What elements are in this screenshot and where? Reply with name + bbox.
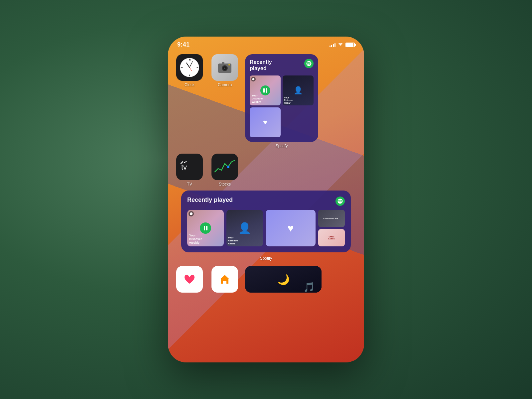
app-camera[interactable]: Camera — [210, 54, 240, 87]
heart-icon-small: ♥ — [263, 118, 267, 127]
liked-songs-thumb-small[interactable]: ♥ — [250, 107, 281, 137]
clock-icon-bg[interactable]: 12 9 3 6 — [176, 54, 203, 81]
status-bar: 9:41 — [168, 37, 364, 51]
spotify-widget-small[interactable]: Recentlyplayed — [245, 54, 318, 142]
spotify-logo-large — [335, 197, 345, 206]
app-row-2: tv TV Stocks — [175, 154, 357, 187]
spotify-dot-icon-lg — [190, 212, 193, 215]
app-stocks[interactable]: Stocks — [210, 154, 240, 187]
spotify-dot-icon — [252, 78, 255, 80]
play-pause-btn-large[interactable] — [200, 222, 211, 234]
clock-label: Clock — [185, 82, 195, 87]
office-ladies-label: OfficeLadies — [328, 235, 335, 240]
office-ladies-thumb[interactable]: OfficeLadies — [318, 229, 345, 246]
stocks-icon-bg[interactable] — [211, 154, 238, 180]
app-row-1: 12 9 3 6 — [175, 54, 357, 148]
svg-text:tv: tv — [181, 163, 187, 171]
heart-icon-large: ♥ — [288, 222, 294, 234]
music-icon-bg[interactable]: 🌙 🎵 — [245, 266, 322, 293]
signal-bars-icon — [330, 43, 335, 47]
podcast-1-img: Conditioner For... — [318, 210, 345, 227]
side-thumbs-container: Conditioner For... OfficeLadies — [318, 210, 345, 246]
widget-thumbs-large-row: YourDiscoverWeekly 👤 YourReleaseRadar ♥ — [187, 210, 345, 246]
app-tv[interactable]: tv TV — [175, 154, 204, 187]
discover-weekly-thumb-small[interactable]: YourDiscoverWeekly — [250, 75, 281, 105]
widget-header-small: Recentlyplayed — [250, 59, 314, 71]
camera-icon — [217, 60, 232, 75]
podcast-1-label: Conditioner For... — [323, 217, 340, 220]
app-music[interactable]: 🌙 🎵 — [245, 266, 322, 293]
tv-label: TV — [187, 182, 192, 187]
office-ladies-img: OfficeLadies — [318, 229, 345, 246]
release-radar-person-large: 👤 — [238, 222, 251, 234]
app-home[interactable] — [210, 266, 240, 293]
music-bg: 🌙 🎵 — [245, 266, 322, 293]
widget-title-small: Recentlyplayed — [250, 59, 272, 71]
widget-header-large: Recently played — [187, 197, 345, 206]
music-moon-icon: 🌙 — [277, 274, 290, 285]
camera-label: Camera — [218, 82, 232, 87]
stocks-label: Stocks — [219, 182, 231, 187]
spotify-widget-small-label: Spotify — [276, 144, 288, 148]
widget-thumbs-grid: YourDiscoverWeekly 👤 YourReleaseRadar ♥ — [250, 75, 314, 137]
signal-bar-3 — [333, 44, 334, 47]
spotify-widget-large-container: Recently played — [175, 191, 357, 261]
battery-icon — [345, 43, 355, 47]
release-radar-label-small: YourReleaseRadar — [284, 96, 293, 104]
signal-bar-2 — [331, 45, 332, 47]
discover-weekly-label-large: YourDiscoverWeekly — [189, 234, 202, 244]
release-radar-label-large: YourReleaseRadar — [228, 236, 238, 245]
spotify-widget-small-container: Recentlyplayed — [245, 54, 318, 148]
stocks-icon — [213, 157, 236, 177]
home-screen-content: 12 9 3 6 — [168, 51, 364, 261]
app-health[interactable] — [175, 266, 204, 293]
svg-rect-20 — [222, 62, 224, 64]
discover-weekly-thumb-large[interactable]: YourDiscoverWeekly — [187, 210, 224, 246]
home-icon-bg[interactable] — [211, 266, 238, 293]
signal-bar-4 — [334, 43, 335, 47]
health-icon-bg[interactable] — [176, 266, 203, 293]
apple-tv-icon: tv — [180, 160, 200, 174]
spotify-dot-small — [251, 77, 256, 81]
status-icons — [330, 42, 355, 47]
signal-bar-1 — [330, 46, 331, 47]
podcast-1-thumb[interactable]: Conditioner For... — [318, 210, 345, 227]
health-icon — [181, 271, 198, 288]
svg-point-13 — [189, 67, 190, 68]
music-person-icon: 🎵 — [303, 282, 315, 293]
clock-face-icon: 12 9 3 6 — [180, 58, 200, 77]
battery-fill — [346, 43, 353, 47]
widget-title-large: Recently played — [187, 197, 233, 203]
spotify-icon-large — [337, 198, 343, 204]
spotify-icon-small — [306, 61, 312, 66]
spotify-logo-small — [304, 59, 314, 68]
tv-icon-bg[interactable]: tv — [176, 154, 203, 180]
spotify-widget-large[interactable]: Recently played — [181, 191, 351, 252]
app-clock[interactable]: 12 9 3 6 — [175, 54, 204, 87]
status-time: 9:41 — [177, 41, 190, 48]
discover-weekly-label-small: YourDiscoverWeekly — [252, 94, 263, 104]
svg-text:9: 9 — [182, 66, 183, 68]
bottom-app-row: 🌙 🎵 — [168, 263, 364, 293]
pause-icon-small — [263, 88, 267, 93]
liked-songs-thumb-large[interactable]: ♥ — [266, 210, 316, 246]
home-icon — [216, 271, 233, 288]
release-radar-thumb-large[interactable]: 👤 YourReleaseRadar — [226, 210, 263, 246]
pause-icon-large — [204, 226, 207, 230]
camera-icon-bg[interactable] — [211, 54, 238, 81]
release-radar-thumb-small[interactable]: 👤 YourReleaseRadar — [283, 75, 314, 105]
spotify-dot-large — [189, 211, 194, 216]
phone-frame: 9:41 — [168, 37, 364, 362]
svg-point-21 — [228, 64, 230, 66]
wifi-icon — [338, 42, 343, 47]
svg-point-19 — [224, 68, 225, 68]
spotify-widget-large-label: Spotify — [260, 256, 272, 261]
